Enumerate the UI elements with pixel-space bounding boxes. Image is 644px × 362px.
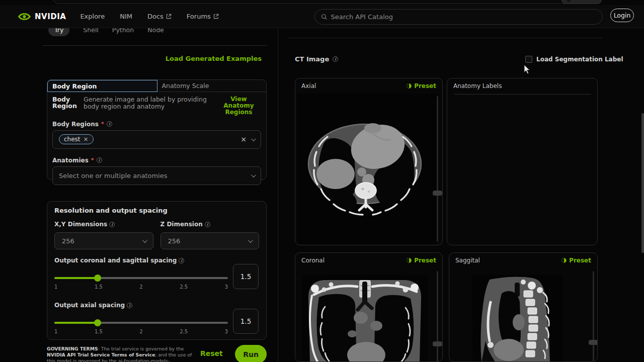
slider-fill <box>54 277 98 279</box>
reset-button[interactable]: Reset <box>200 349 223 357</box>
xy-dimensions-select[interactable]: 256 <box>54 232 153 249</box>
scrolled-button-fragment <box>561 0 602 4</box>
tab-anatomy-scale[interactable]: Anatomy Scale <box>157 80 267 92</box>
z-dimension-label: Z Dimensioni <box>160 221 260 228</box>
anatomies-label: Anatomies* i <box>52 157 266 164</box>
nav-item-explore[interactable]: Explore <box>80 13 105 20</box>
slider-ticks: 11.522.53 <box>54 329 228 334</box>
saggital-ct-image <box>472 275 563 362</box>
slider-ticks: 11.522.53 <box>54 284 228 290</box>
checkbox-box[interactable] <box>525 56 532 63</box>
slider-fill <box>54 322 98 324</box>
body-regions-select[interactable]: chest × × <box>52 130 261 149</box>
form-tab-bar: Body Region Anatomy Scale <box>47 80 266 92</box>
anatomy-labels-panel: Anatomy Labels <box>447 78 598 245</box>
slider-thumb[interactable] <box>94 275 101 282</box>
nav-item-docs[interactable]: Docs <box>147 13 172 20</box>
fragment-dot <box>567 0 571 2</box>
nav-menu: Explore NIM Docs Forums <box>80 13 218 20</box>
chevron-down-icon[interactable] <box>251 172 256 177</box>
column-divider <box>278 28 278 362</box>
info-icon[interactable]: i <box>179 258 184 263</box>
nav-item-forums[interactable]: Forums <box>187 13 219 20</box>
search-icon <box>321 14 328 20</box>
clear-all-icon[interactable]: × <box>240 136 247 143</box>
axial-value-input[interactable]: 1.5 <box>233 309 259 334</box>
load-segmentation-label-checkbox[interactable]: Load Segmentation Label <box>525 56 623 63</box>
coronal-panel: Coronal Preset <box>295 252 443 362</box>
load-generated-examples-link[interactable]: Load Generated Examples <box>116 55 262 62</box>
saggital-preset-button[interactable]: Preset <box>561 257 591 264</box>
anatomy-labels-divider <box>454 94 591 95</box>
governing-terms-text: GOVERNING TERMS: The trial service is go… <box>47 346 196 362</box>
body-region-card: Body Region Anatomy Scale Body Region Ge… <box>47 79 267 180</box>
form-section-description: Generate image and label by providing bo… <box>84 96 211 116</box>
login-button[interactable]: Login <box>610 9 634 22</box>
saggital-slice-handle[interactable] <box>589 340 598 345</box>
coronal-ct-image <box>302 275 428 362</box>
view-anatomy-regions-link[interactable]: View Anatomy Regions <box>216 96 261 116</box>
coronal-sagittal-value-input[interactable]: 1.5 <box>233 264 259 289</box>
slider-track[interactable] <box>54 277 228 279</box>
info-icon[interactable]: i <box>205 222 210 227</box>
body-regions-label: Body Regions* i <box>52 121 266 128</box>
info-icon[interactable]: i <box>127 303 132 308</box>
nav-item-nim[interactable]: NIM <box>120 13 132 20</box>
search-input[interactable] <box>331 13 596 21</box>
ct-image-title: CT Imagei <box>295 55 338 63</box>
axial-title: Axial <box>301 82 316 89</box>
external-link-icon <box>166 14 172 19</box>
right-header-divider <box>288 38 602 38</box>
nvidia-logo[interactable]: NVIDIA <box>18 12 66 21</box>
chevron-down-icon <box>248 238 253 243</box>
resolution-title: Resolution and output spacing <box>54 207 266 214</box>
anatomy-labels-title: Anatomy Labels <box>453 82 502 89</box>
api-catalog-page: NVIDIA Explore NIM Docs Forums Login Try… <box>0 0 644 362</box>
slider-thumb[interactable] <box>94 319 101 326</box>
coronal-sagittal-spacing-label: Output coronal and sagittal spacingi <box>54 257 266 264</box>
search-bar[interactable] <box>314 9 603 25</box>
chest-chip[interactable]: chest × <box>59 134 94 144</box>
info-icon[interactable]: i <box>333 56 338 62</box>
coronal-slice-slider[interactable] <box>437 271 438 362</box>
axial-preset-button[interactable]: Preset <box>406 82 436 89</box>
axial-ct-image <box>297 94 436 244</box>
preset-contrast-icon <box>406 83 412 89</box>
coronal-sagittal-slider: 11.522.53 1.5 <box>54 264 259 294</box>
info-icon[interactable]: i <box>97 157 102 163</box>
axial-slice-handle[interactable] <box>433 191 442 196</box>
axial-slice-slider[interactable] <box>437 96 438 242</box>
run-button[interactable]: Run <box>235 345 267 362</box>
required-mark: * <box>101 121 104 127</box>
chip-remove-icon[interactable]: × <box>84 136 89 142</box>
z-dimension-select[interactable]: 256 <box>160 232 260 249</box>
scrolled-content-fragment <box>53 0 570 4</box>
form-section-title: Body Region <box>52 96 78 116</box>
axial-panel: Axial Preset <box>295 78 443 245</box>
saggital-panel: Saggital Preset <box>449 252 598 362</box>
chevron-down-icon[interactable] <box>251 136 256 141</box>
coronal-title: Coronal <box>301 257 325 264</box>
external-link-icon <box>213 14 219 19</box>
form-header: Body Region Generate image and label by … <box>47 92 266 117</box>
mouse-cursor-icon <box>523 64 530 74</box>
coronal-preset-button[interactable]: Preset <box>406 257 436 264</box>
saggital-slice-slider[interactable] <box>593 271 594 362</box>
slider-track[interactable] <box>54 322 228 324</box>
coronal-slice-handle[interactable] <box>433 341 442 346</box>
brand-wordmark: NVIDIA <box>35 12 66 21</box>
tab-body-region[interactable]: Body Region <box>47 80 157 92</box>
top-navigation-bar: NVIDIA Explore NIM Docs Forums Login <box>0 5 644 28</box>
nvidia-eye-icon <box>18 12 31 21</box>
saggital-title: Saggital <box>455 257 480 264</box>
xy-dimensions-label: X,Y Dimensionsi <box>54 221 153 228</box>
page-scrollbar-thumb[interactable] <box>641 113 644 253</box>
preset-contrast-icon <box>561 257 567 263</box>
preset-contrast-icon <box>406 257 412 263</box>
info-icon[interactable]: i <box>107 121 112 127</box>
resolution-card: Resolution and output spacing X,Y Dimens… <box>47 201 267 340</box>
anatomies-select[interactable]: Select one or multiple anatomies <box>52 166 261 185</box>
required-mark: * <box>91 157 94 163</box>
anatomies-placeholder: Select one or multiple anatomies <box>59 172 167 179</box>
info-icon[interactable]: i <box>109 222 115 227</box>
